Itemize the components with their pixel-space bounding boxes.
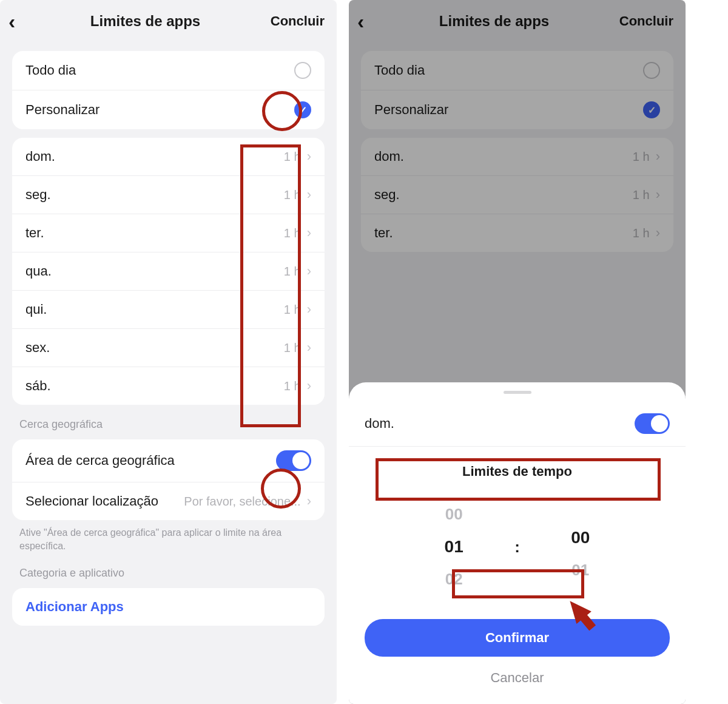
toggle-on-icon[interactable]	[276, 450, 311, 471]
day-thu[interactable]: qui. 1 h ›	[12, 290, 325, 328]
day-label: sáb.	[25, 378, 284, 394]
day-value: 1 h	[284, 188, 301, 202]
day-label: ter.	[25, 225, 284, 241]
day-fri[interactable]: sex. 1 h ›	[12, 328, 325, 367]
confirm-button[interactable]: Confirmar	[365, 619, 670, 657]
category-section-label: Categoria e aplicativo	[19, 567, 317, 580]
day-value: 1 h	[284, 341, 301, 355]
chevron-right-icon: ›	[307, 263, 311, 279]
picker-value: 00	[445, 505, 463, 524]
geofence-hint: Ative "Área de cerca geográfica" para ap…	[19, 526, 317, 553]
done-button[interactable]: Concluir	[258, 13, 325, 29]
select-location-placeholder: Por favor, selecione...	[184, 495, 300, 509]
day-wed[interactable]: qua. 1 h ›	[12, 252, 325, 290]
picker-value: 02	[445, 570, 463, 589]
day-value: 1 h	[284, 150, 301, 164]
radio-checked-icon[interactable]: ✓	[294, 101, 311, 118]
day-tue[interactable]: ter. 1 h ›	[12, 214, 325, 252]
day-value: 1 h	[284, 226, 301, 240]
picker-value-selected: 01	[445, 537, 463, 557]
chevron-right-icon: ›	[307, 225, 311, 241]
picker-minutes-column[interactable]: 00 01	[556, 515, 605, 580]
sheet-day-label: dom.	[365, 416, 394, 432]
geofence-area-label: Área de cerca geográfica	[25, 453, 276, 469]
day-label: sex.	[25, 340, 284, 356]
header: ‹ Limites de apps Concluir	[0, 0, 337, 42]
add-apps-label: Adicionar Apps	[25, 599, 311, 615]
geofence-group: Área de cerca geográfica Selecionar loca…	[12, 439, 325, 520]
chevron-right-icon: ›	[307, 149, 311, 164]
sheet-day-row: dom.	[349, 405, 686, 447]
picker-colon: :	[514, 538, 520, 557]
day-label: seg.	[25, 187, 284, 203]
radio-unchecked-icon[interactable]	[294, 62, 311, 79]
time-picker-sheet: dom. Limites de tempo 00 01 02 : 00 01 C…	[349, 382, 686, 704]
day-value: 1 h	[284, 379, 301, 393]
chevron-right-icon: ›	[307, 340, 311, 356]
sheet-title: Limites de tempo	[349, 464, 686, 479]
apps-group: Adicionar Apps	[12, 588, 325, 626]
screen-right: ‹ Limites de apps Concluir Todo dia Pers…	[349, 0, 686, 704]
day-label: dom.	[25, 149, 284, 164]
geofence-area[interactable]: Área de cerca geográfica	[12, 439, 325, 482]
cancel-button[interactable]: Cancelar	[349, 670, 686, 686]
sheet-handle[interactable]	[504, 391, 531, 394]
back-button[interactable]: ‹	[8, 11, 33, 32]
picker-value-selected: 00	[571, 528, 590, 547]
day-label: qui.	[25, 302, 284, 317]
time-picker[interactable]: 00 01 02 : 00 01	[349, 501, 686, 592]
screen-left: ‹ Limites de apps Concluir Todo dia Pers…	[0, 0, 337, 704]
day-value: 1 h	[284, 303, 301, 317]
mode-custom-label: Personalizar	[25, 102, 294, 118]
picker-hours-column[interactable]: 00 01 02	[430, 505, 478, 589]
chevron-right-icon: ›	[307, 378, 311, 394]
geofence-section-label: Cerca geográfica	[19, 418, 317, 431]
mode-custom[interactable]: Personalizar ✓	[12, 90, 325, 129]
picker-value: 01	[571, 561, 589, 580]
select-location-label: Selecionar localização	[25, 493, 184, 509]
page-title: Limites de apps	[33, 13, 258, 30]
geofence-select-location[interactable]: Selecionar localização Por favor, seleci…	[12, 482, 325, 520]
mode-group: Todo dia Personalizar ✓	[12, 51, 325, 129]
day-mon[interactable]: seg. 1 h ›	[12, 175, 325, 214]
chevron-right-icon: ›	[307, 302, 311, 317]
add-apps[interactable]: Adicionar Apps	[12, 588, 325, 626]
chevron-right-icon: ›	[307, 493, 311, 509]
days-group: dom. 1 h › seg. 1 h › ter. 1 h › qua. 1 …	[12, 138, 325, 405]
mode-everyday-label: Todo dia	[25, 63, 294, 78]
day-sat[interactable]: sáb. 1 h ›	[12, 367, 325, 405]
day-sun[interactable]: dom. 1 h ›	[12, 138, 325, 175]
chevron-right-icon: ›	[307, 187, 311, 203]
mode-everyday[interactable]: Todo dia	[12, 51, 325, 90]
day-label: qua.	[25, 263, 284, 279]
day-value: 1 h	[284, 265, 301, 279]
toggle-on-icon[interactable]	[635, 413, 670, 434]
